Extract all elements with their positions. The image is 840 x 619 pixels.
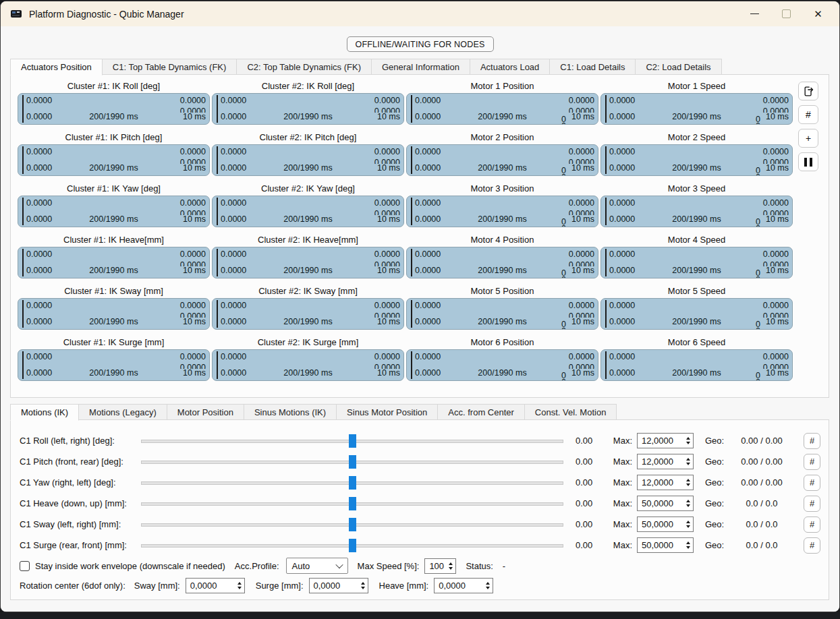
spinner-arrows-icon[interactable] [683,437,690,444]
plot-canvas[interactable]: 0.00000.00000.00000.0000200/1990 ms10 ms… [600,349,793,381]
plot-canvas[interactable]: 0.00000.00000.00000.0000200/1990 ms10 ms… [406,144,598,176]
spinner-arrows-icon[interactable] [683,541,690,549]
spinner-arrows-icon[interactable] [683,458,690,465]
spinner-arrows-icon[interactable] [234,582,242,589]
tab-bottom-5[interactable]: Acc. from Center [437,404,525,420]
hash-button[interactable]: # [804,475,820,491]
max-spinner[interactable]: 12,0000 [637,454,694,469]
tab-top-4[interactable]: Actuators Load [470,59,550,75]
tab-top-6[interactable]: C2: Load Details [635,59,721,75]
geo-value: 0.00 / 0.00 [728,436,795,446]
plot-label: 10 ms [571,214,594,224]
hash-button[interactable]: # [804,433,820,449]
tab-top-1[interactable]: C1: Top Table Dynamics (FK) [102,59,237,75]
connection-status-button[interactable]: OFFLINE/WAITING FOR NODES [346,36,493,52]
tab-top-0[interactable]: Actuators Position [10,59,103,76]
tab-top-5[interactable]: C1: Load Details [549,59,636,75]
max-speed-spinner[interactable]: 100 [424,558,456,574]
minimize-button[interactable] [739,1,771,26]
plot-label: 0.0000 [763,301,789,310]
bottom-tab-bar: Motions (IK)Motions (Legacy)Motor Positi… [10,404,617,420]
plot-canvas[interactable]: 0.00000.00000.00000.0000200/1990 ms10 ms [212,144,404,176]
tab-bottom-6[interactable]: Const. Vel. Motion [524,404,617,420]
slider-handle[interactable] [349,455,356,469]
plot-label: 10 ms [377,112,400,121]
hash-button[interactable]: # [804,496,820,512]
export-plots-button[interactable] [798,82,818,100]
tab-top-3[interactable]: General Information [371,59,470,75]
max-spinner[interactable]: 12,0000 [637,433,694,448]
plot-canvas[interactable]: 0.00000.00000.00000.0000200/1990 ms10 ms… [600,93,793,125]
tab-top-2[interactable]: C2: Top Table Dynamics (FK) [236,59,372,75]
spinner-arrows-icon[interactable] [683,500,690,507]
close-button[interactable]: ✕ [802,1,834,26]
plot-canvas[interactable]: 0.00000.00000.00000.0000200/1990 ms10 ms [212,93,404,125]
motion-slider[interactable] [141,517,563,532]
spinner-arrows-icon[interactable] [683,521,690,528]
plot-canvas[interactable]: 0.00000.00000.00000.0000200/1990 ms10 ms [212,247,404,278]
plot-cell: Motor 2 Position0.00000.00000.00000.0000… [406,131,598,176]
add-plot-button[interactable]: + [798,129,818,148]
max-spinner[interactable]: 50,0000 [637,517,694,532]
plot-label: 200/1990 ms [18,163,209,173]
slider-handle[interactable] [349,539,356,552]
sway-spinner[interactable]: 0,0000 [186,578,245,593]
spinner-arrows-icon[interactable] [445,562,453,570]
motion-slider[interactable] [141,496,563,511]
motion-slider[interactable] [141,538,563,553]
plot-label: 0.0000 [221,249,246,259]
plot-canvas[interactable]: 0.00000.00000.00000.0000200/1990 ms10 ms… [600,144,793,176]
plot-label: 0.0000 [374,96,400,105]
hash-button[interactable]: # [804,537,820,554]
max-spinner[interactable]: 50,0000 [637,537,694,553]
pause-button[interactable] [798,152,818,171]
max-spinner[interactable]: 50,0000 [637,496,694,511]
spinner-arrows-icon[interactable] [482,582,490,589]
plot-cell: Cluster #2: IK Surge [mm]0.00000.00000.0… [212,336,404,381]
plot-canvas[interactable]: 0.00000.00000.00000.0000200/1990 ms10 ms… [600,196,793,227]
tab-bottom-4[interactable]: Sinus Motor Position [336,404,438,420]
plot-label: 0.0000 [569,249,594,259]
plot-canvas[interactable]: 0.00000.00000.00000.0000200/1990 ms10 ms… [600,247,793,278]
plot-canvas[interactable]: 0.00000.00000.00000.0000200/1990 ms10 ms… [406,247,598,278]
tab-bottom-0[interactable]: Motions (IK) [10,404,79,421]
tab-bottom-1[interactable]: Motions (Legacy) [78,404,167,420]
spinner-arrows-icon[interactable] [683,479,690,486]
plot-canvas[interactable]: 0.00000.00000.00000.0000200/1990 ms10 ms… [600,298,793,330]
plot-canvas[interactable]: 0.00000.00000.00000.0000200/1990 ms10 ms [18,349,210,381]
acc-profile-select[interactable]: Auto [286,558,348,574]
heave-spinner[interactable]: 0,0000 [434,578,493,593]
slider-handle[interactable] [349,497,356,510]
plot-canvas[interactable]: 0.00000.00000.00000.0000200/1990 ms10 ms [212,196,404,227]
plot-canvas[interactable]: 0.00000.00000.00000.0000200/1990 ms10 ms [18,247,210,278]
plot-canvas[interactable]: 0.00000.00000.00000.0000200/1990 ms10 ms… [406,196,598,227]
motion-slider[interactable] [141,454,563,469]
plot-canvas[interactable]: 0.00000.00000.00000.0000200/1990 ms10 ms [18,144,210,176]
plot-canvas[interactable]: 0.00000.00000.00000.0000200/1990 ms10 ms… [406,298,598,330]
hash-button[interactable]: # [804,454,820,470]
hash-button[interactable]: # [804,517,820,533]
slider-handle[interactable] [349,518,356,531]
motion-slider[interactable] [141,475,563,490]
plot-canvas[interactable]: 0.00000.00000.00000.0000200/1990 ms10 ms [18,93,210,125]
stay-inside-envelope-checkbox[interactable] [20,561,30,571]
geo-value: 0.00 / 0.00 [728,477,795,488]
slider-handle[interactable] [349,434,356,448]
plot-cell: Cluster #2: IK Yaw [deg]0.00000.00000.00… [212,182,404,227]
surge-spinner[interactable]: 0,0000 [309,578,368,593]
plot-canvas[interactable]: 0.00000.00000.00000.0000200/1990 ms10 ms [212,298,404,330]
max-spinner[interactable]: 12,0000 [637,475,694,490]
plot-canvas[interactable]: 0.00000.00000.00000.0000200/1990 ms10 ms [18,196,210,227]
tab-bottom-2[interactable]: Motor Position [167,404,244,420]
maximize-button[interactable] [771,1,802,26]
plot-canvas[interactable]: 0.00000.00000.00000.0000200/1990 ms10 ms [212,349,404,381]
plot-canvas[interactable]: 0.00000.00000.00000.0000200/1990 ms10 ms… [406,93,598,125]
spinner-arrows-icon[interactable] [358,582,365,589]
motion-slider[interactable] [141,434,563,448]
tab-bottom-3[interactable]: Sinus Motions (IK) [244,404,337,420]
plot-canvas[interactable]: 0.00000.00000.00000.0000200/1990 ms10 ms… [406,349,598,381]
plot-canvas[interactable]: 0.00000.00000.00000.0000200/1990 ms10 ms [18,298,210,330]
hash-button[interactable]: # [798,105,818,124]
plot-label: 0.0000 [763,147,789,156]
slider-handle[interactable] [349,476,356,490]
